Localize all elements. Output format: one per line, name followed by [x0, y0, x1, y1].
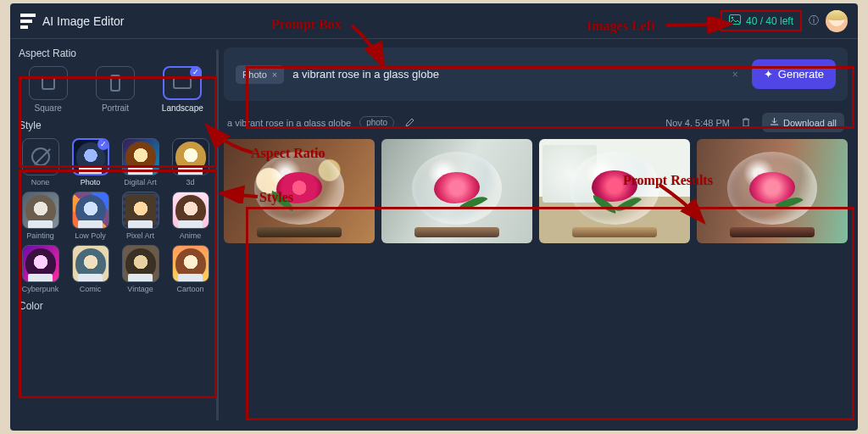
sidebar-scrollbar[interactable]: [216, 49, 219, 420]
aspect-landscape[interactable]: ✓ Landscape: [153, 66, 212, 113]
style-anime[interactable]: Anime: [169, 192, 212, 240]
panel-title-aspect: Aspect Ratio: [19, 47, 212, 59]
info-icon[interactable]: ⓘ: [809, 14, 819, 28]
style-cyberpunk[interactable]: Cyberpunk: [19, 245, 62, 293]
result-prompt: a vibrant rose in a glass globe: [227, 118, 351, 128]
edit-icon[interactable]: [403, 114, 418, 131]
style-cartoon[interactable]: Cartoon: [169, 245, 212, 293]
prompt-bar: Photo × × ✦ Generate: [224, 47, 848, 101]
check-icon: ✓: [97, 138, 109, 150]
result-image[interactable]: [539, 139, 690, 243]
style-label: Comic: [80, 285, 102, 293]
aspect-portrait[interactable]: Portrait: [86, 66, 144, 113]
style-label: Photo: [81, 178, 101, 186]
style-none[interactable]: None: [19, 138, 62, 186]
style-pixel-art[interactable]: Pixel Art: [119, 192, 162, 240]
style-photo[interactable]: ✓Photo: [69, 138, 112, 186]
results-header: a vibrant rose in a glass globe photo No…: [224, 113, 848, 132]
aspect-ratio-panel: Aspect Ratio Square Portrait ✓ Landscape: [19, 47, 212, 113]
sidebar: Aspect Ratio Square Portrait ✓ Landscape: [10, 39, 220, 431]
generate-label: Generate: [778, 68, 824, 81]
style-comic[interactable]: Comic: [69, 245, 112, 293]
main-area: Photo × × ✦ Generate a vibrant rose in a…: [220, 39, 858, 431]
aspect-label: Square: [35, 103, 62, 113]
style-label: Pixel Art: [126, 231, 154, 240]
result-image[interactable]: [697, 139, 848, 243]
generate-button[interactable]: ✦ Generate: [752, 59, 836, 89]
style-low-poly[interactable]: Low Poly: [69, 192, 112, 240]
style-label: Anime: [180, 231, 202, 240]
style-label: Painting: [26, 231, 54, 240]
clear-icon[interactable]: ×: [727, 69, 743, 81]
aspect-square[interactable]: Square: [19, 66, 77, 113]
download-label: Download all: [783, 118, 837, 128]
prompt-input[interactable]: [292, 68, 719, 81]
panel-title-style: Style: [19, 120, 212, 131]
app-header: AI Image Editor 40 / 40 left ⓘ: [10, 3, 858, 39]
color-panel: Color: [19, 300, 212, 312]
aspect-label: Portrait: [102, 103, 129, 113]
style-label: Vintage: [127, 285, 153, 293]
style-label: Digital Art: [124, 178, 157, 186]
style-painting[interactable]: Painting: [19, 192, 62, 240]
svg-point-1: [732, 17, 733, 19]
result-time: Nov 4, 5:48 PM: [665, 118, 730, 128]
results-section: a vibrant rose in a glass globe photo No…: [224, 113, 848, 422]
result-image[interactable]: [381, 139, 532, 243]
credits-text: 40 / 40 left: [746, 15, 793, 27]
style-label: None: [31, 178, 50, 186]
panel-title-color: Color: [19, 300, 212, 312]
style-label: Low Poly: [75, 231, 106, 240]
app-root: AI Image Editor 40 / 40 left ⓘ Aspect Ra…: [10, 3, 858, 431]
result-tag: photo: [359, 116, 394, 129]
download-all-button[interactable]: Download all: [762, 113, 844, 132]
chip-label: Photo: [242, 70, 267, 80]
sparkle-icon: ✦: [764, 68, 773, 81]
style-label: Cartoon: [176, 285, 203, 293]
download-icon: [770, 117, 779, 128]
style-panel: Style None ✓Photo Digital Art 3d Paintin…: [19, 120, 212, 293]
page-title: AI Image Editor: [42, 14, 125, 28]
style-3d[interactable]: 3d: [169, 138, 212, 186]
app-body: Aspect Ratio Square Portrait ✓ Landscape: [10, 39, 858, 431]
credits-badge: 40 / 40 left: [721, 10, 802, 31]
result-image[interactable]: [224, 139, 375, 243]
result-grid: [224, 139, 848, 422]
close-icon[interactable]: ×: [272, 70, 277, 80]
style-digital-art[interactable]: Digital Art: [119, 138, 162, 186]
prompt-tag-chip[interactable]: Photo ×: [236, 65, 284, 84]
style-label: Cyberpunk: [22, 285, 59, 293]
check-icon: ✓: [190, 66, 202, 78]
svg-rect-0: [729, 15, 740, 25]
image-icon: [729, 14, 741, 27]
aspect-label: Landscape: [162, 103, 203, 113]
trash-icon[interactable]: [738, 114, 754, 131]
style-vintage[interactable]: Vintage: [119, 245, 162, 293]
logo-icon: [20, 14, 36, 29]
avatar[interactable]: [826, 10, 848, 32]
style-label: 3d: [186, 178, 194, 186]
